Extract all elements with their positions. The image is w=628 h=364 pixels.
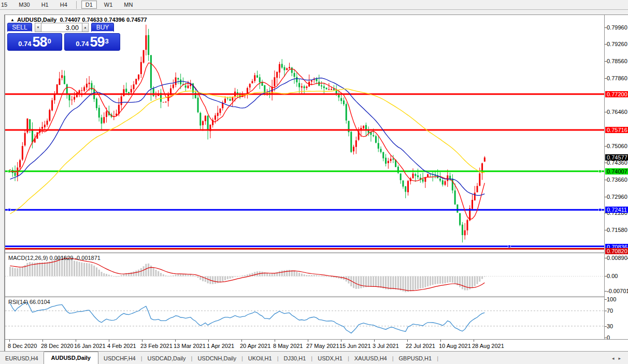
- hline-handle[interactable]: [599, 170, 602, 172]
- rsi-axis-label: 100: [607, 296, 616, 302]
- macd-histogram: [9, 256, 486, 292]
- toolbar-separator: [76, 1, 77, 9]
- date-tick-mark: [76, 340, 76, 342]
- date-axis-label: 13 Mar 2021: [174, 343, 206, 349]
- current-price-label: 0.74577: [605, 154, 628, 161]
- macd-pane[interactable]: MACD(12,26,9) 0.001629 -0.001871: [5, 254, 604, 296]
- date-tick-mark: [440, 340, 441, 342]
- timeframe-button-h1[interactable]: H1: [37, 1, 53, 9]
- hline-price-label: 0.74007: [605, 168, 628, 174]
- sell-price-pip: 0: [48, 34, 51, 49]
- hline-price-label: 0.72411: [605, 207, 628, 213]
- collapse-arrow-icon[interactable]: ▲: [10, 18, 15, 22]
- date-axis-label: 8 May 2021: [273, 343, 303, 349]
- timeframe-button-w1[interactable]: W1: [100, 1, 117, 9]
- timeframe-toolbar: 15M30H1H4D1W1MN: [0, 0, 628, 10]
- date-axis-label: 20 Apr 2021: [240, 343, 270, 349]
- date-axis-label: 15 Jun 2021: [339, 343, 371, 349]
- tab-scroll-arrows[interactable]: ◂▸: [612, 356, 625, 361]
- date-tick-mark: [308, 340, 308, 342]
- volume-stepper: ▼ ▲: [35, 23, 89, 32]
- buy-price-prefix: 0.74: [76, 39, 89, 49]
- hline-handle[interactable]: [508, 245, 511, 247]
- chart-title-ohlc: 0.74407 0.74633 0.74396 0.74577: [60, 17, 147, 23]
- price-axis-label: 0.76460: [607, 109, 627, 115]
- tab-usdcnh-daily[interactable]: USDCNH,Daily: [192, 353, 241, 364]
- date-axis-label: 22 Jul 2021: [406, 343, 435, 349]
- tab-ukoil-h1[interactable]: UKOil,H1: [243, 353, 277, 364]
- date-axis-label: 23 Feb 2021: [140, 343, 173, 349]
- macd-caption: MACD(12,26,9) 0.001629 -0.001871: [8, 255, 101, 261]
- date-tick-mark: [142, 340, 142, 342]
- date-tick-mark: [241, 340, 242, 342]
- timeframe-button-d1[interactable]: D1: [81, 1, 97, 9]
- buy-price-main: 59: [90, 35, 105, 49]
- date-axis-label: 3 Jul 2021: [373, 343, 399, 349]
- date-tick-mark: [109, 340, 109, 342]
- date-axis-label: 27 May 2021: [306, 343, 339, 349]
- chart-window: ▲AUDUSD,Daily 0.74407 0.74633 0.74396 0.…: [4, 14, 628, 351]
- hline-price-label: 0.75716: [605, 127, 628, 133]
- date-tick-mark: [275, 340, 275, 342]
- rsi-pane[interactable]: RSI(14) 66.0104: [5, 298, 604, 339]
- timeframe-button-15[interactable]: 15: [0, 1, 11, 9]
- timeframe-button-m30[interactable]: M30: [15, 1, 34, 9]
- hline-handle[interactable]: [599, 209, 602, 211]
- volume-decrease-button[interactable]: ▼: [35, 23, 41, 32]
- date-axis-label: 28 Aug 2021: [472, 343, 504, 349]
- date-axis-label: 10 Aug 2021: [439, 343, 471, 349]
- tab-usdchf-h4[interactable]: USDCHF,H4: [98, 353, 141, 364]
- ma-fast-line: [10, 63, 485, 219]
- hline-price-label: 0.70820: [605, 248, 628, 254]
- tab-gbpusd-h1[interactable]: GBPUSD,H1: [394, 353, 437, 364]
- macd-axis-label: -0.007013: [607, 288, 628, 294]
- price-axis-label: 0.78560: [607, 58, 627, 64]
- macd-axis-label: 0.008904: [607, 255, 628, 261]
- date-axis-label: 28 Dec 2020: [41, 343, 73, 349]
- date-tick-mark: [474, 340, 474, 342]
- volume-increase-button[interactable]: ▲: [82, 23, 89, 32]
- tab-xauusd-h4[interactable]: XAUUSD,H4: [349, 353, 392, 364]
- tab-usdcad-daily[interactable]: USDCAD,Daily: [142, 353, 191, 364]
- buy-price-box[interactable]: 0.74593: [64, 33, 120, 51]
- macd-axis-label: 0.00: [607, 273, 618, 279]
- tab-audusd-daily[interactable]: AUDUSD,Daily: [44, 352, 98, 364]
- rsi-value: 66.0104: [30, 299, 50, 305]
- date-axis-label: 16 Jan 2021: [74, 343, 106, 349]
- trading-app: 15M30H1H4D1W1MN ▲AUDUSD,Daily 0.74407 0.…: [0, 0, 628, 364]
- tab-dj30-h1[interactable]: DJ30,H1: [279, 353, 311, 364]
- rsi-caption: RSI(14) 66.0104: [8, 299, 50, 305]
- tab-separator: |: [437, 355, 438, 364]
- rsi-canvas[interactable]: [5, 298, 604, 339]
- one-click-trade-panel: SELL ▼ ▲ BUY 0.74580 0.74593: [7, 23, 123, 51]
- date-tick-mark: [42, 340, 43, 342]
- chart-title-symbol: AUDUSD,Daily: [17, 17, 56, 23]
- date-axis-label: 8 Dec 2020: [8, 343, 37, 349]
- price-axis-label: 0.79260: [607, 41, 627, 47]
- hline-handle[interactable]: [8, 209, 11, 211]
- date-tick-mark: [208, 340, 209, 342]
- ma-slow-line: [10, 89, 485, 214]
- price-axis-label: 0.79960: [607, 24, 627, 31]
- tab-eurusd-h4[interactable]: EURUSD,H4: [0, 353, 44, 364]
- date-tick-mark: [407, 340, 408, 342]
- sell-button[interactable]: SELL: [7, 23, 32, 32]
- buy-button[interactable]: BUY: [91, 23, 114, 32]
- macd-values: 0.001629 -0.001871: [49, 255, 100, 261]
- date-axis-label: 4 Feb 2021: [107, 343, 136, 349]
- buy-price-pip: 3: [105, 34, 109, 49]
- volume-input[interactable]: [41, 23, 82, 32]
- sell-price-box[interactable]: 0.74580: [7, 33, 62, 51]
- date-axis: 8 Dec 202028 Dec 202016 Jan 20214 Feb 20…: [5, 339, 628, 352]
- price-axis-label: 0.77860: [607, 75, 627, 81]
- timeframe-button-h4[interactable]: H4: [56, 1, 72, 9]
- date-tick-mark: [341, 340, 341, 342]
- date-axis-label: 1 Apr 2021: [207, 343, 234, 349]
- date-tick-mark: [374, 340, 375, 342]
- tab-usdx-h1[interactable]: USDX,H1: [312, 353, 348, 364]
- date-tick-mark: [175, 340, 176, 342]
- price-axis-label: 0.71580: [607, 227, 627, 233]
- sell-price-prefix: 0.74: [18, 39, 31, 49]
- timeframe-button-mn[interactable]: MN: [120, 1, 137, 9]
- chart-title: ▲AUDUSD,Daily 0.74407 0.74633 0.74396 0.…: [10, 17, 147, 23]
